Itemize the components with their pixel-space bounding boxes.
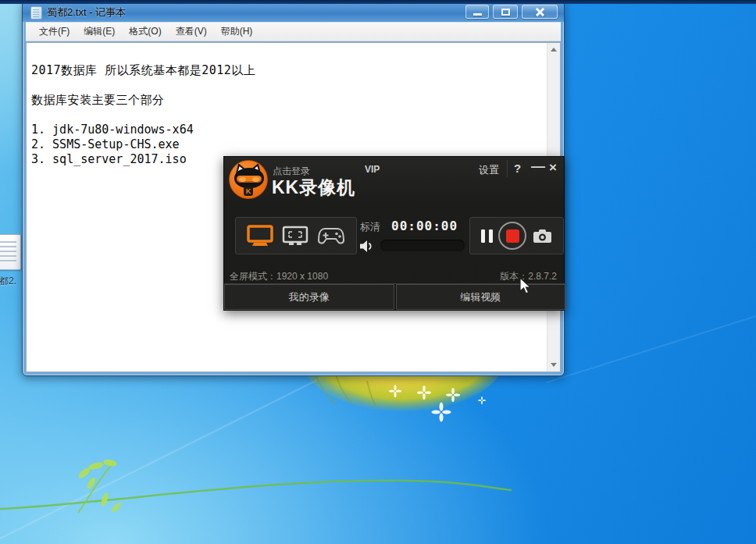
pause-icon — [489, 229, 493, 243]
pause-icon — [481, 229, 485, 243]
arrow-down-icon — [551, 363, 557, 367]
region-mode-button[interactable] — [281, 224, 309, 247]
maximize-button[interactable] — [493, 5, 518, 19]
text-line: 数据库安装主要三个部分 — [31, 93, 542, 108]
gamepad-icon — [316, 224, 347, 247]
notepad-app-icon — [30, 6, 42, 20]
record-controls-group — [469, 217, 564, 254]
menu-format[interactable]: 格式(O) — [122, 23, 168, 41]
notepad-titlebar[interactable]: 蜀都2.txt - 记事本 — [23, 3, 564, 22]
screen-top-edge — [0, 0, 756, 4]
header-divider — [507, 160, 508, 177]
scroll-down-button[interactable] — [547, 358, 560, 372]
menu-view[interactable]: 查看(V) — [169, 23, 214, 41]
text-line — [31, 78, 542, 93]
camera-icon — [533, 229, 552, 244]
help-button[interactable]: ? — [514, 162, 521, 175]
recording-timer: 00:00:00 — [391, 219, 458, 233]
menu-edit[interactable]: 编辑(E) — [77, 23, 122, 41]
my-videos-button[interactable]: 我的录像 — [224, 284, 394, 310]
fullscreen-mode-button[interactable] — [245, 223, 275, 248]
speaker-button[interactable] — [358, 240, 374, 256]
capture-mode-group — [235, 217, 357, 254]
arrow-up-icon — [551, 48, 557, 52]
kk-close-button[interactable]: × — [549, 160, 557, 176]
text-line: 1. jdk-7u80-windows-x64 — [31, 123, 542, 137]
kk-minimize-button[interactable]: — — [531, 158, 545, 175]
minimize-button[interactable] — [465, 5, 489, 19]
screenshot-button[interactable] — [533, 229, 552, 244]
maximize-icon — [501, 9, 510, 16]
mouse-cursor — [519, 277, 532, 296]
text-line: 2017数据库 所以系统基本都是2012以上 — [31, 63, 542, 78]
quality-selector[interactable]: 标清 — [360, 220, 380, 234]
audio-level-bar — [380, 240, 465, 251]
speaker-icon — [358, 240, 374, 253]
notepad-menubar: 文件(F) 编辑(E) 格式(O) 查看(V) 帮助(H) — [26, 22, 561, 41]
close-button[interactable] — [522, 5, 558, 19]
scroll-up-button[interactable] — [547, 43, 560, 56]
text-file-icon — [0, 234, 21, 270]
desktop: 都2. 蜀都2.txt - 记事本 文件(F) 编辑(E) 格式(O) 查看(V… — [0, 0, 756, 544]
vip-link[interactable]: VIP — [365, 164, 380, 175]
text-line — [31, 108, 542, 123]
game-mode-button[interactable] — [316, 224, 347, 247]
record-stop-button[interactable] — [498, 222, 526, 250]
light-ray — [547, 311, 756, 382]
fullscreen-mode-info: 全屏模式：1920 x 1080 — [230, 270, 328, 283]
record-stop-icon — [506, 229, 519, 243]
region-icon — [281, 224, 309, 247]
minimize-icon — [473, 13, 482, 16]
settings-button[interactable]: 设置 — [479, 163, 499, 177]
menu-help[interactable]: 帮助(H) — [214, 23, 260, 41]
window-title: 蜀都2.txt - 记事本 — [47, 5, 126, 20]
pause-button[interactable] — [481, 229, 493, 243]
menu-file[interactable]: 文件(F) — [32, 23, 77, 41]
text-line: 2. SSMS-Setup-CHS.exe — [31, 137, 542, 152]
kk-app-title: KK录像机 — [272, 176, 355, 200]
kk-recorder-window: K 点击登录 VIP 设置 ? — × KK录像机 — [223, 156, 565, 311]
monitor-icon — [245, 223, 275, 248]
kk-logo-icon: K — [228, 159, 269, 200]
close-icon — [535, 8, 545, 16]
kk-bottom-bar: 我的录像 编辑视频 — [224, 283, 565, 310]
wallpaper-vine — [0, 458, 512, 514]
edit-video-button[interactable]: 编辑视频 — [396, 284, 566, 310]
